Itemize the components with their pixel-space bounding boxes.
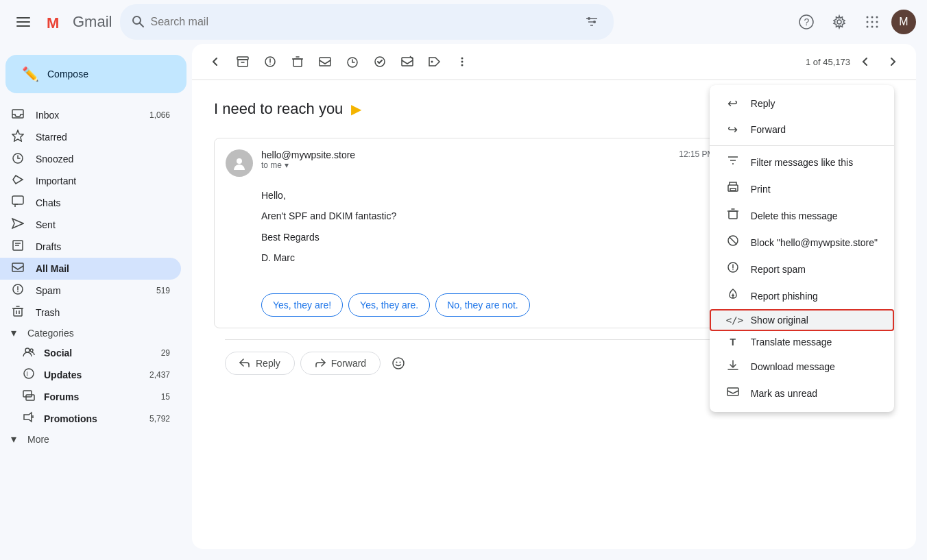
forums-count: 15 (161, 392, 170, 402)
sidebar-item-promotions[interactable]: Promotions 5,792 (0, 408, 181, 430)
svg-text:?: ? (804, 16, 810, 27)
dropdown-print[interactable]: Print (710, 175, 894, 202)
sidebar-item-social[interactable]: Social 29 (0, 342, 181, 364)
dropdown-translate-label: Translate message (751, 337, 832, 348)
inbox-label: Inbox (36, 110, 139, 121)
prev-email-button[interactable] (853, 49, 878, 74)
gmail-m-icon: M (44, 12, 71, 32)
sidebar-item-inbox[interactable]: Inbox 1,066 (0, 104, 181, 126)
dropdown-show-original[interactable]: </> Show original (710, 309, 894, 331)
important-label: Important (36, 175, 170, 186)
sidebar-item-all-mail[interactable]: All Mail (0, 258, 181, 280)
smart-reply-1[interactable]: Yes, they are! (261, 293, 343, 317)
block-icon (726, 234, 740, 250)
dropdown-report-spam[interactable]: Report spam (710, 256, 894, 282)
snooze-toolbar-button[interactable] (340, 49, 365, 74)
avatar[interactable]: M (891, 10, 916, 34)
emoji-button[interactable] (386, 351, 411, 376)
smart-reply-2[interactable]: Yes, they are. (348, 293, 430, 317)
dropdown-delete[interactable]: Delete this message (710, 202, 894, 229)
spam-count: 519 (156, 286, 170, 295)
inbox-count: 1,066 (149, 110, 170, 120)
dropdown-forward[interactable]: ↪ Forward (710, 117, 894, 143)
svg-point-11 (593, 21, 596, 23)
sidebar-item-snoozed[interactable]: Snoozed (0, 148, 181, 170)
sidebar-item-starred[interactable]: Starred (0, 126, 181, 148)
dropdown-block[interactable]: Block "hello@mywpsite.store" (710, 229, 894, 256)
starred-label: Starred (36, 132, 170, 143)
dropdown-translate[interactable]: T Translate message (710, 331, 894, 353)
sidebar-item-chats[interactable]: Chats (0, 192, 181, 214)
svg-point-64 (461, 61, 464, 63)
help-button[interactable]: ? (793, 8, 820, 36)
important-icon (11, 173, 25, 189)
snoozed-icon (11, 151, 25, 167)
sender-to[interactable]: to me ▾ (261, 160, 671, 170)
dropdown-report-phishing[interactable]: Report phishing (710, 282, 894, 309)
svg-rect-2 (16, 25, 30, 27)
svg-point-22 (871, 26, 874, 28)
categories-header[interactable]: ▾ Categories (0, 324, 181, 342)
delete-toolbar-button[interactable] (285, 49, 310, 74)
search-filter-btn[interactable] (581, 10, 603, 34)
dropdown-reply[interactable]: ↩ Reply (710, 90, 894, 117)
forums-label: Forums (44, 391, 153, 402)
move-to-button[interactable] (395, 49, 420, 74)
show-original-icon: </> (726, 315, 740, 326)
more-label: More (27, 434, 49, 445)
social-label: Social (44, 348, 153, 358)
svg-rect-55 (293, 59, 302, 66)
svg-rect-37 (14, 308, 22, 316)
chevron-right-icon: ▾ (11, 433, 16, 446)
next-email-button[interactable] (880, 49, 905, 74)
reply-button[interactable]: Reply (225, 352, 295, 375)
chevron-down-icon: ▾ (11, 326, 16, 339)
sender-info: hello@mywpsite.store to me ▾ (261, 149, 671, 170)
svg-rect-46 (26, 395, 34, 400)
sidebar-item-drafts[interactable]: Drafts (0, 236, 181, 258)
archive-button[interactable] (230, 49, 255, 74)
updates-icon: i (22, 367, 36, 382)
gmail-logo: M Gmail (44, 12, 112, 32)
add-to-tasks-button[interactable] (368, 49, 392, 74)
mark-unread-toolbar-button[interactable] (313, 49, 337, 74)
hamburger-menu[interactable] (11, 10, 36, 34)
dropdown-filter[interactable]: Filter messages like this (710, 149, 894, 175)
drafts-icon (11, 239, 25, 255)
dropdown-forward-label: Forward (751, 124, 786, 135)
chats-icon (11, 195, 25, 211)
svg-line-89 (729, 237, 736, 245)
compose-button[interactable]: ✏️ Compose (5, 55, 186, 93)
more-button[interactable]: ▾ More (0, 430, 181, 448)
to-label: to me (261, 160, 282, 170)
settings-button[interactable] (826, 8, 853, 36)
svg-marker-29 (12, 219, 23, 228)
svg-point-63 (461, 58, 464, 60)
svg-point-10 (588, 17, 590, 20)
search-input[interactable] (150, 16, 575, 28)
more-toolbar-button[interactable] (450, 49, 474, 74)
svg-rect-86 (729, 211, 737, 219)
sidebar-item-forums[interactable]: Forums 15 (0, 386, 181, 408)
forward-icon: ↪ (726, 122, 740, 137)
dropdown-download[interactable]: Download message (710, 353, 894, 380)
svg-point-54 (269, 64, 271, 65)
svg-point-92 (732, 269, 734, 271)
sidebar-item-spam[interactable]: Spam 519 (0, 280, 181, 302)
subject-text: I need to reach you (214, 100, 343, 118)
sidebar-item-sent[interactable]: Sent (0, 214, 181, 236)
back-button[interactable] (203, 49, 228, 74)
sidebar-item-updates[interactable]: i Updates 2,437 (0, 364, 181, 386)
report-spam-toolbar-button[interactable] (258, 49, 282, 74)
apps-button[interactable] (858, 8, 886, 36)
sidebar-item-trash[interactable]: Trash (0, 302, 181, 324)
smart-reply-3[interactable]: No, they are not. (435, 293, 530, 317)
svg-point-14 (837, 20, 841, 24)
pagination-text: 1 of 45,173 (806, 57, 850, 67)
pagination: 1 of 45,173 (806, 49, 905, 74)
svg-rect-85 (730, 188, 736, 191)
sidebar-item-important[interactable]: Important (0, 170, 181, 192)
forward-button[interactable]: Forward (300, 352, 381, 375)
dropdown-mark-unread[interactable]: Mark as unread (710, 380, 894, 406)
label-button[interactable] (422, 49, 447, 74)
